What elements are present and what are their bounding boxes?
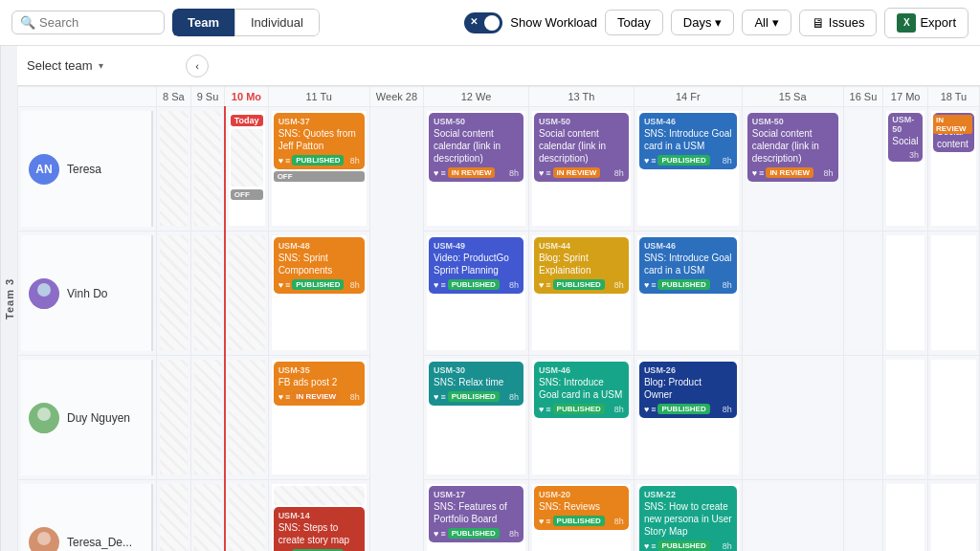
list-item[interactable]: USM-17 SNS: Features of Portfolio Board … bbox=[429, 486, 523, 542]
day-12-vinh[interactable]: USM-49 Video: ProductGo Sprint Planning … bbox=[424, 231, 529, 356]
day-11-duy[interactable]: USM-35 FB ads post 2 ♥≡ IN REVIEW 8h bbox=[268, 356, 369, 480]
day-9-vinh[interactable] bbox=[190, 231, 225, 356]
search-input[interactable] bbox=[39, 15, 154, 30]
list-item[interactable]: USM-20 SNS: Reviews ♥≡ PUBLISHED 8h bbox=[534, 486, 629, 530]
day-11-teresa[interactable]: USM-37 SNS: Quotes from Jeff Patton ♥≡ P… bbox=[268, 107, 369, 231]
day-15-teresa[interactable]: USM-50 Social content calendar (link in … bbox=[742, 107, 843, 231]
user-name: Duy Nguyen bbox=[67, 411, 130, 425]
day-9-teresa[interactable] bbox=[190, 107, 225, 231]
workload-label: Show Workload bbox=[510, 15, 597, 30]
table-row: Vinh Do USM-48 SNS: Spri bbox=[18, 231, 980, 356]
day-9-duy[interactable] bbox=[190, 356, 225, 480]
day-10-teresa-de[interactable] bbox=[225, 480, 268, 552]
svg-point-0 bbox=[37, 283, 51, 297]
export-button[interactable]: X Export bbox=[884, 8, 969, 38]
date-col-17: 17 Mo bbox=[883, 87, 928, 107]
week-label-header: Week 28 bbox=[369, 87, 423, 107]
search-icon: 🔍 bbox=[20, 15, 35, 30]
day-8-teresa[interactable] bbox=[157, 107, 191, 231]
day-18-teresa[interactable]: USM-50 Social content IN REVIEW bbox=[927, 107, 979, 231]
day-17-vinh[interactable] bbox=[883, 231, 928, 356]
select-team-dropdown[interactable]: Select team ▾ bbox=[27, 58, 180, 73]
issues-button[interactable]: 🖥 Issues bbox=[799, 10, 878, 36]
avatar bbox=[29, 278, 59, 309]
prev-week-button[interactable]: ‹ bbox=[186, 55, 209, 77]
list-item[interactable]: USM-50 Social content IN REVIEW bbox=[933, 113, 974, 152]
table-row: Teresa_De... USM-14 bbox=[18, 480, 980, 552]
day-14-teresa[interactable]: USM-46 SNS: Introduce Goal card in a USM… bbox=[634, 107, 742, 231]
list-item[interactable]: USM-50 Social content calendar (link in … bbox=[429, 113, 523, 182]
day-16-vinh[interactable] bbox=[843, 231, 883, 356]
user-col-header bbox=[18, 87, 157, 107]
search-box[interactable]: 🔍 bbox=[11, 11, 165, 34]
chevron-down-icon-2: ▾ bbox=[772, 15, 779, 30]
date-col-18: 18 Tu bbox=[927, 87, 979, 107]
list-item[interactable]: USM-46 SNS: Introduce Goal card in a USM… bbox=[534, 362, 629, 418]
day-15-duy[interactable] bbox=[742, 356, 843, 480]
day-14-vinh[interactable]: USM-46 SNS: Introduce Goal card in a USM… bbox=[634, 231, 742, 356]
day-10-teresa[interactable]: Today OFF bbox=[225, 107, 268, 231]
list-item[interactable]: USM-30 SNS: Relax time ♥≡ PUBLISHED 8h bbox=[429, 362, 523, 406]
avatar bbox=[29, 527, 59, 552]
list-item[interactable]: USM-49 Video: ProductGo Sprint Planning … bbox=[429, 237, 523, 294]
list-item[interactable]: USM-26 Blog: Product Owner ♥≡ PUBLISHED … bbox=[639, 362, 737, 418]
list-item[interactable]: USM-37 SNS: Quotes from Jeff Patton ♥≡ P… bbox=[274, 113, 365, 169]
all-button[interactable]: All ▾ bbox=[742, 10, 791, 35]
day-15-teresa-de[interactable] bbox=[742, 480, 843, 552]
day-16-teresa[interactable] bbox=[843, 107, 883, 231]
day-18-vinh[interactable] bbox=[927, 231, 979, 356]
day-13-teresa[interactable]: USM-50 Social content calendar (link in … bbox=[528, 107, 634, 231]
list-item[interactable]: USM-50 Social 3h bbox=[888, 113, 923, 162]
day-8-vinh[interactable] bbox=[157, 231, 191, 356]
day-8-duy[interactable] bbox=[157, 356, 191, 480]
day-9-teresa-de[interactable] bbox=[190, 480, 225, 552]
list-item[interactable]: USM-44 Blog: Sprint Explaination ♥≡ PUBL… bbox=[534, 237, 629, 294]
main-area: Team 3 Select team ▾ ‹ 8 Sa 9 Su 10 Mo 1… bbox=[0, 46, 980, 551]
day-13-teresa-de[interactable]: USM-20 SNS: Reviews ♥≡ PUBLISHED 8h bbox=[528, 480, 634, 552]
avatar bbox=[29, 403, 59, 433]
monitor-icon: 🖥 bbox=[812, 15, 825, 31]
sub-header: Select team ▾ ‹ bbox=[17, 46, 980, 86]
workload-toggle[interactable]: ✕ bbox=[464, 12, 502, 33]
day-12-teresa[interactable]: USM-50 Social content calendar (link in … bbox=[424, 107, 529, 231]
day-17-teresa[interactable]: USM-50 Social 3h bbox=[883, 107, 928, 231]
day-11-vinh[interactable]: USM-48 SNS: Sprint Components ♥≡ PUBLISH… bbox=[268, 231, 369, 356]
day-11-teresa-de[interactable]: USM-14 SNS: Steps to create story map ♥≡… bbox=[268, 480, 369, 552]
today-button[interactable]: Today bbox=[605, 10, 663, 35]
list-item[interactable]: USM-35 FB ads post 2 ♥≡ IN REVIEW 8h bbox=[274, 362, 365, 406]
list-item[interactable]: USM-50 Social content calendar (link in … bbox=[534, 113, 629, 182]
calendar-table: 8 Sa 9 Su 10 Mo 11 Tu Week 28 12 We 13 T… bbox=[17, 86, 980, 551]
day-14-teresa-de[interactable]: USM-22 SNS: How to create new persona in… bbox=[634, 480, 742, 552]
day-13-vinh[interactable]: USM-44 Blog: Sprint Explaination ♥≡ PUBL… bbox=[528, 231, 634, 356]
day-14-duy[interactable]: USM-26 Blog: Product Owner ♥≡ PUBLISHED … bbox=[634, 356, 742, 480]
day-10-duy[interactable] bbox=[225, 356, 268, 480]
list-item[interactable]: USM-50 Social content calendar (link in … bbox=[747, 113, 838, 182]
list-item[interactable]: USM-48 SNS: Sprint Components ♥≡ PUBLISH… bbox=[274, 237, 365, 294]
date-header-row: 8 Sa 9 Su 10 Mo 11 Tu Week 28 12 We 13 T… bbox=[18, 87, 980, 107]
day-8-teresa-de[interactable] bbox=[157, 480, 191, 552]
day-15-vinh[interactable] bbox=[742, 231, 843, 356]
list-item[interactable]: USM-46 SNS: Introduce Goal card in a USM… bbox=[639, 237, 737, 294]
day-16-duy[interactable] bbox=[843, 356, 883, 480]
day-12-teresa-de[interactable]: USM-17 SNS: Features of Portfolio Board … bbox=[424, 480, 529, 552]
week-28-spacer-2 bbox=[369, 231, 423, 356]
day-10-vinh[interactable] bbox=[225, 231, 268, 356]
day-17-teresa-de[interactable] bbox=[883, 480, 928, 552]
user-cell-teresa-de: Teresa_De... bbox=[18, 480, 157, 552]
user-cell-teresa: AN Teresa bbox=[18, 107, 157, 231]
chevron-down-icon-3: ▾ bbox=[99, 60, 103, 71]
list-item[interactable]: USM-22 SNS: How to create new persona in… bbox=[639, 486, 737, 551]
list-item[interactable]: USM-14 SNS: Steps to create story map ♥≡… bbox=[274, 507, 365, 551]
day-12-duy[interactable]: USM-30 SNS: Relax time ♥≡ PUBLISHED 8h bbox=[424, 356, 529, 480]
day-18-teresa-de[interactable] bbox=[927, 480, 979, 552]
day-17-duy[interactable] bbox=[883, 356, 928, 480]
calendar-grid[interactable]: 8 Sa 9 Su 10 Mo 11 Tu Week 28 12 We 13 T… bbox=[17, 86, 980, 551]
individual-button[interactable]: Individual bbox=[234, 9, 320, 36]
chevron-down-icon: ▾ bbox=[715, 15, 722, 30]
list-item[interactable]: USM-46 SNS: Introduce Goal card in a USM… bbox=[639, 113, 737, 169]
day-18-duy[interactable] bbox=[927, 356, 979, 480]
team-button[interactable]: Team bbox=[172, 9, 234, 36]
days-button[interactable]: Days ▾ bbox=[671, 10, 735, 35]
day-16-teresa-de[interactable] bbox=[843, 480, 883, 552]
day-13-duy[interactable]: USM-46 SNS: Introduce Goal card in a USM… bbox=[528, 356, 634, 480]
